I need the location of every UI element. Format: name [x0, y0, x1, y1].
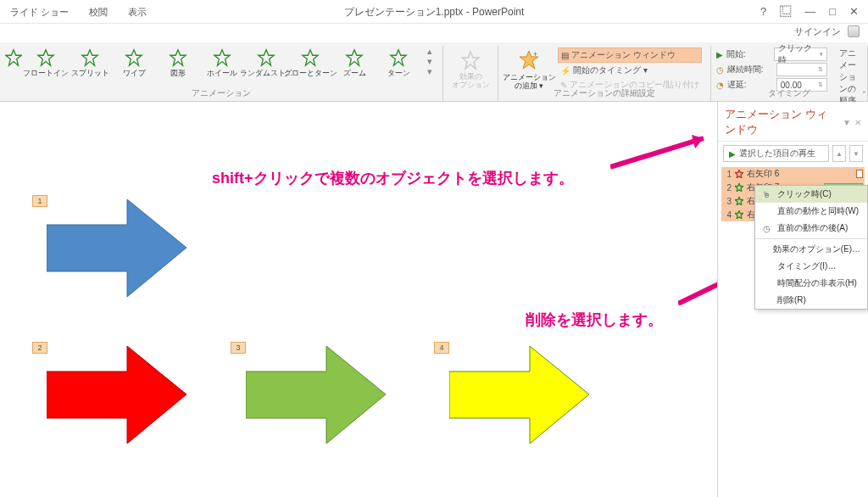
- group-name-animation: アニメーション: [0, 87, 442, 99]
- annotation-2: 削除を選択します。: [526, 310, 663, 330]
- svg-marker-6: [259, 50, 274, 65]
- shape-right-arrow-yellow[interactable]: [449, 346, 589, 444]
- svg-marker-24: [735, 210, 743, 219]
- menu-on-click[interactable]: 🖱 クリック時(C): [755, 186, 867, 203]
- svg-marker-0: [6, 50, 21, 65]
- svg-marker-1: [38, 50, 53, 65]
- lightning-icon: ⚡: [560, 66, 570, 75]
- anim-order-tag-3[interactable]: 3: [231, 342, 246, 354]
- effect-options-button: 効果の オプション: [448, 46, 492, 93]
- ribbon: フロートイン スプリット ワイプ 図形 ホイール ランダムスト…: [0, 42, 868, 102]
- shape-right-arrow-green[interactable]: [246, 346, 386, 444]
- svg-marker-19: [246, 346, 386, 444]
- play-icon: ▶: [729, 149, 736, 159]
- svg-line-15: [678, 278, 717, 304]
- callout-arrow-1: [610, 131, 717, 174]
- clock-icon: ◷: [760, 224, 772, 233]
- start-label: 開始:: [726, 48, 771, 60]
- shape-right-arrow-blue[interactable]: [47, 199, 186, 297]
- anim-item-context-menu: 🖱 クリック時(C) 直前の動作と同時(W) ◷ 直前の動作の後(A) 効果のオ…: [754, 185, 868, 310]
- svg-marker-4: [170, 50, 186, 65]
- menu-after-previous[interactable]: ◷ 直前の動作の後(A): [755, 220, 867, 237]
- svg-marker-23: [735, 197, 743, 205]
- star-icon: [735, 183, 743, 192]
- anim-effect-button[interactable]: [5, 46, 22, 90]
- anim-effect-randombars[interactable]: ランダムスト…: [246, 46, 287, 90]
- start-dropdown[interactable]: クリック時▾: [774, 47, 827, 61]
- menu-effect-options[interactable]: 効果のオプション(E)…: [755, 241, 867, 258]
- signin-link[interactable]: サインイン: [794, 25, 841, 38]
- menu-delete[interactable]: 削除(R): [755, 292, 867, 309]
- anim-effect-wipe[interactable]: ワイプ: [114, 46, 154, 90]
- anim-effect-floatin[interactable]: フロートイン: [25, 46, 66, 90]
- help-icon[interactable]: ?: [756, 3, 771, 20]
- star-icon: [735, 210, 743, 219]
- svg-marker-22: [735, 183, 743, 192]
- play-icon: ▶: [716, 50, 723, 59]
- annotation-1: shift+クリックで複数のオブジェクトを選択します。: [212, 168, 574, 188]
- anim-item-1[interactable]: 1 右矢印 6: [721, 167, 865, 181]
- trigger-button[interactable]: ⚡ 開始のタイミング ▾: [558, 64, 702, 77]
- anim-order-tag-4[interactable]: 4: [434, 342, 449, 354]
- tab-review[interactable]: 校閲: [82, 1, 114, 22]
- tab-slideshow[interactable]: ライド ショー: [3, 1, 75, 22]
- close-icon[interactable]: ✕: [845, 3, 863, 20]
- anim-effect-split[interactable]: スプリット: [70, 46, 110, 90]
- svg-marker-18: [47, 346, 186, 444]
- anim-effect-growturn[interactable]: グローとターン: [290, 46, 331, 90]
- animation-pane-title: アニメーション ウィンドウ: [725, 107, 837, 137]
- svg-line-13: [610, 138, 704, 167]
- svg-marker-3: [126, 50, 142, 65]
- svg-marker-9: [391, 50, 406, 65]
- anim-effect-zoom[interactable]: ズーム: [334, 46, 375, 90]
- anim-effect-wheel[interactable]: ホイール: [202, 46, 242, 90]
- move-down-button[interactable]: ▼: [849, 145, 863, 162]
- svg-marker-2: [82, 50, 97, 65]
- pane-close-icon[interactable]: ✕: [854, 118, 861, 127]
- menu-tabs-left: ライド ショー 校閲 表示: [0, 1, 153, 22]
- maximize-icon[interactable]: □: [825, 3, 840, 20]
- move-up-button[interactable]: ▲: [832, 145, 846, 162]
- anim-effect-turn[interactable]: ターン: [378, 46, 419, 90]
- callout-arrow-2: [678, 271, 717, 305]
- timeline-bar: [856, 170, 863, 178]
- group-name-adv: アニメーションの詳細設定: [498, 87, 710, 99]
- svg-marker-7: [303, 50, 318, 65]
- slide-canvas[interactable]: shift+クリックで複数のオブジェクトを選択します。 削除を選択します。 1 …: [0, 102, 717, 497]
- minimize-icon[interactable]: —: [800, 3, 820, 20]
- title-bar: ライド ショー 校閲 表示 プレゼンテーション1.pptx - PowerPoi…: [0, 0, 868, 24]
- window-title: プレゼンテーション1.pptx - PowerPoint: [344, 4, 525, 19]
- duration-input[interactable]: ⇅: [776, 63, 827, 76]
- gallery-scroll[interactable]: ▴▾▾: [422, 46, 437, 76]
- menu-timing[interactable]: タイミング(I)…: [755, 258, 867, 275]
- play-selected-button[interactable]: ▶ 選択した項目の再生: [723, 145, 829, 162]
- group-name-timing: タイミング: [711, 87, 867, 99]
- svg-marker-20: [449, 346, 589, 444]
- duration-icon: ◷: [716, 65, 724, 75]
- animation-gallery: フロートイン スプリット ワイプ 図形 ホイール ランダムスト…: [5, 46, 437, 90]
- svg-text:+: +: [533, 50, 537, 59]
- menu-hide-timeline[interactable]: 時間配分の非表示(H): [755, 275, 867, 292]
- user-icon[interactable]: [848, 25, 860, 37]
- anim-effect-shape[interactable]: 図形: [158, 46, 198, 90]
- ribbon-collapse-icon[interactable]: ˄: [862, 90, 866, 99]
- add-animation-button[interactable]: + アニメーション の追加 ▾: [504, 46, 554, 93]
- ribbon-min-icon[interactable]: ⿺: [776, 3, 795, 20]
- duration-label: 継続時間:: [727, 64, 773, 75]
- tab-view[interactable]: 表示: [121, 1, 153, 22]
- anim-order-tag-2[interactable]: 2: [32, 342, 47, 354]
- svg-marker-8: [347, 50, 362, 65]
- pane-icon: ▤: [561, 51, 569, 60]
- mouse-icon: 🖱: [760, 190, 772, 199]
- star-icon: [735, 197, 743, 205]
- star-icon: [735, 170, 743, 178]
- anim-order-tag-1[interactable]: 1: [32, 195, 47, 207]
- svg-marker-5: [214, 50, 230, 65]
- menu-with-previous[interactable]: 直前の動作と同時(W): [755, 203, 867, 220]
- svg-marker-10: [462, 52, 479, 69]
- svg-marker-21: [735, 170, 743, 178]
- svg-marker-17: [47, 199, 186, 297]
- shape-right-arrow-red[interactable]: [47, 346, 186, 444]
- pane-options-icon[interactable]: ▼: [843, 118, 851, 127]
- animation-window-toggle[interactable]: ▤ アニメーション ウィンドウ: [558, 47, 702, 63]
